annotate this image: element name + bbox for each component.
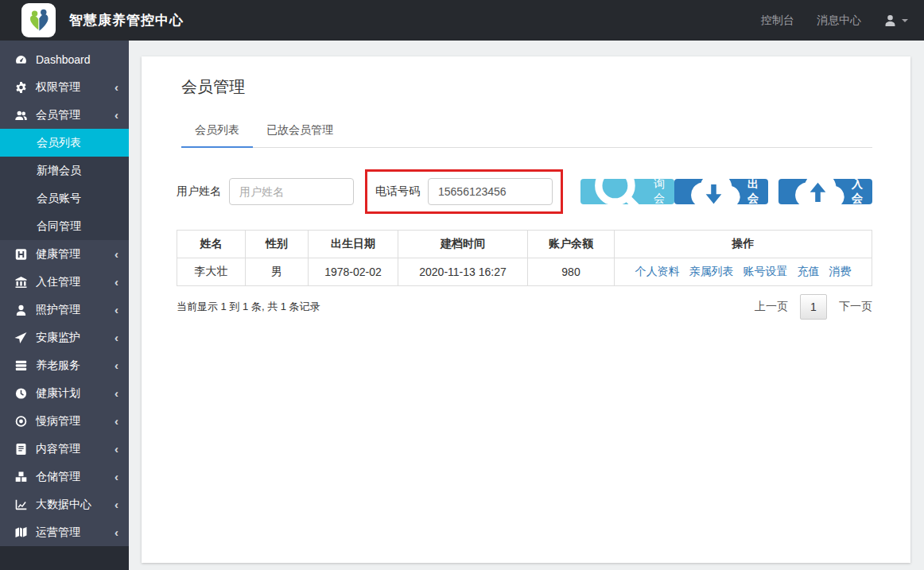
table-header-row: 姓名 性别 出生日期 建档时间 账户余额 操作 — [177, 231, 872, 258]
table-footer: 当前显示 1 到 1 条, 共 1 条记录 上一页 1 下一页 — [177, 294, 872, 320]
app-logo-icon — [21, 3, 56, 37]
location-arrow-icon — [14, 332, 28, 344]
recharge-link[interactable]: 充值 — [797, 265, 819, 277]
name-input[interactable] — [229, 178, 354, 205]
dot-circle-icon — [14, 415, 28, 428]
navbar-right: 控制台 消息中心 — [761, 14, 908, 28]
phone-label: 电话号码 — [375, 184, 420, 199]
col-birthdate: 出生日期 — [309, 231, 398, 258]
table-row: 李大壮 男 1978-02-02 2020-11-13 16:27 980 个人… — [177, 258, 872, 286]
main-content: 会员管理 会员列表 已故会员管理 用户姓名 电话号码 查询会员 导出会员 导入会… — [129, 41, 924, 570]
cell-gender: 男 — [246, 258, 309, 286]
chevron-left-icon — [115, 498, 118, 510]
account-settings-link[interactable]: 账号设置 — [743, 265, 788, 277]
sidebar-item-content[interactable]: 内容管理 — [0, 435, 129, 463]
sidebar-item-permissions[interactable]: 权限管理 — [0, 73, 129, 101]
tachometer-icon — [14, 53, 28, 66]
sidebar-item-warehouse[interactable]: 仓储管理 — [0, 463, 129, 491]
phone-field-highlight-box: 电话号码 — [365, 169, 563, 214]
page-title: 会员管理 — [181, 76, 872, 98]
sidebar-item-dashboard[interactable]: Dashboard — [0, 45, 129, 73]
sidebar: Dashboard 权限管理 会员管理 会员列表 新增会员 会员账号 合同管理 … — [0, 41, 129, 570]
cell-created: 2020-11-13 16:27 — [398, 258, 528, 286]
chevron-left-icon — [115, 248, 118, 260]
member-management-card: 会员管理 会员列表 已故会员管理 用户姓名 电话号码 查询会员 导出会员 导入会… — [142, 56, 910, 563]
users-icon — [14, 109, 28, 122]
cell-name: 李大壮 — [177, 258, 246, 286]
tab-deceased-members[interactable]: 已故会员管理 — [253, 115, 347, 147]
sidebar-item-chronic-disease[interactable]: 慢病管理 — [0, 407, 129, 435]
next-page-link[interactable]: 下一页 — [839, 300, 872, 314]
export-members-button[interactable]: 导出会员 — [674, 179, 768, 204]
user-icon — [883, 14, 897, 27]
consume-link[interactable]: 消费 — [829, 265, 851, 277]
sidebar-item-elder-services[interactable]: 养老服务 — [0, 351, 129, 379]
user-menu[interactable] — [883, 14, 908, 27]
chevron-left-icon — [115, 415, 118, 427]
prev-page-link[interactable]: 上一页 — [755, 300, 788, 314]
nav-console-link[interactable]: 控制台 — [761, 14, 794, 28]
chevron-left-icon — [115, 359, 118, 371]
sidebar-subitem-member-account[interactable]: 会员账号 — [0, 184, 129, 212]
chevron-left-icon — [115, 332, 118, 343]
cloud-download-icon — [684, 161, 743, 223]
relatives-link[interactable]: 亲属列表 — [689, 265, 734, 277]
caregiver-icon — [14, 304, 28, 316]
cloud-upload-icon — [788, 161, 848, 223]
gear-icon — [14, 81, 28, 94]
clock-icon — [14, 387, 28, 400]
import-members-button[interactable]: 导入会员 — [778, 179, 872, 204]
pagination: 上一页 1 下一页 — [755, 294, 872, 320]
bank-icon — [14, 276, 28, 289]
sidebar-item-bigdata[interactable]: 大数据中心 — [0, 491, 129, 518]
col-gender: 性别 — [246, 231, 309, 258]
name-label: 用户姓名 — [177, 184, 221, 199]
phone-input[interactable] — [428, 178, 553, 205]
chevron-left-icon — [115, 443, 118, 455]
map-icon — [14, 526, 28, 539]
line-chart-icon — [14, 498, 28, 511]
col-balance: 账户余额 — [528, 231, 615, 258]
profile-link[interactable]: 个人资料 — [635, 265, 680, 277]
top-navbar: 智慧康养管控中心 控制台 消息中心 — [0, 0, 924, 41]
chevron-left-icon — [115, 526, 118, 538]
chevron-left-icon — [115, 81, 118, 93]
query-members-button[interactable]: 查询会员 — [580, 179, 674, 204]
members-table: 姓名 性别 出生日期 建档时间 账户余额 操作 李大壮 男 1978-02-02… — [177, 230, 872, 286]
search-icon — [590, 161, 650, 223]
server-icon — [14, 359, 28, 372]
records-summary: 当前显示 1 到 1 条, 共 1 条记录 — [177, 300, 320, 314]
sidebar-item-checkin[interactable]: 入住管理 — [0, 268, 129, 296]
cubes-icon — [14, 471, 28, 483]
current-page-button[interactable]: 1 — [800, 294, 827, 320]
sidebar-item-health[interactable]: 健康管理 — [0, 240, 129, 268]
chevron-left-icon — [115, 471, 118, 483]
sidebar-subitem-member-list[interactable]: 会员列表 — [0, 129, 129, 157]
cell-balance: 980 — [528, 258, 615, 286]
sidebar-subitem-add-member[interactable]: 新增会员 — [0, 157, 129, 184]
h-square-icon — [14, 248, 28, 261]
members-submenu: 会员列表 新增会员 会员账号 合同管理 — [0, 129, 129, 240]
app-title: 智慧康养管控中心 — [69, 11, 184, 29]
tab-member-list[interactable]: 会员列表 — [181, 115, 253, 148]
sidebar-menu: Dashboard 权限管理 会员管理 会员列表 新增会员 会员账号 合同管理 … — [0, 41, 129, 546]
tab-bar: 会员列表 已故会员管理 — [181, 115, 872, 148]
col-created: 建档时间 — [398, 231, 528, 258]
search-toolbar: 用户姓名 电话号码 查询会员 导出会员 导入会员 — [177, 169, 872, 214]
cell-actions: 个人资料 亲属列表 账号设置 充值 消费 — [615, 258, 872, 286]
brand[interactable]: 智慧康养管控中心 — [0, 3, 184, 37]
chevron-left-icon — [115, 387, 118, 399]
sidebar-item-care[interactable]: 照护管理 — [0, 296, 129, 324]
sidebar-item-health-plan[interactable]: 健康计划 — [0, 379, 129, 407]
cell-birthdate: 1978-02-02 — [309, 258, 398, 286]
nav-message-center-link[interactable]: 消息中心 — [817, 14, 861, 28]
sidebar-item-members[interactable]: 会员管理 — [0, 101, 129, 129]
book-icon — [14, 443, 28, 456]
sidebar-item-safety-monitoring[interactable]: 安康监护 — [0, 324, 129, 351]
sidebar-item-operations[interactable]: 运营管理 — [0, 518, 129, 546]
chevron-left-icon — [115, 276, 118, 288]
chevron-left-icon — [115, 109, 118, 121]
sidebar-subitem-contract-management[interactable]: 合同管理 — [0, 212, 129, 240]
chevron-left-icon — [115, 304, 118, 316]
col-name: 姓名 — [177, 231, 246, 258]
